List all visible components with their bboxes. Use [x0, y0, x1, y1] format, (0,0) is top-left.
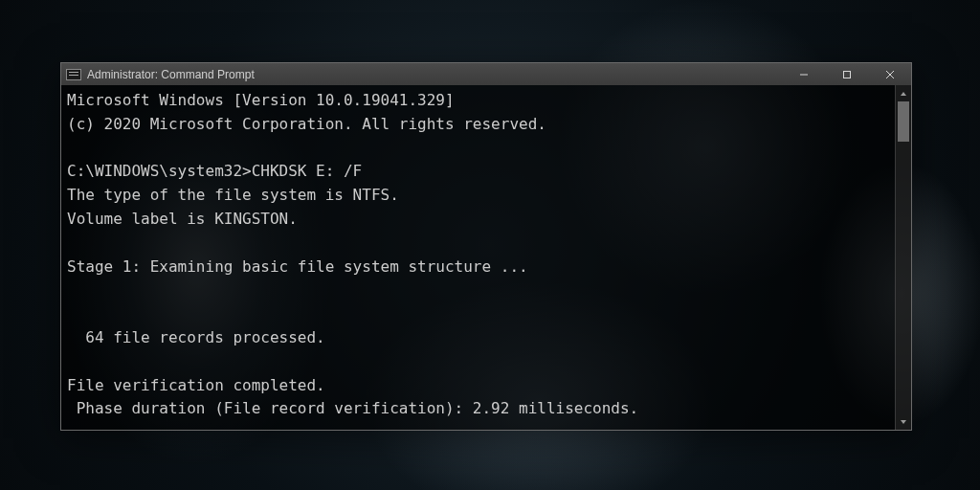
scroll-up-button[interactable] [896, 85, 911, 101]
maximize-button[interactable] [825, 63, 868, 85]
cmd-system-icon[interactable] [66, 69, 81, 80]
close-button[interactable] [868, 63, 911, 85]
titlebar[interactable]: Administrator: Command Prompt [61, 63, 911, 85]
scroll-thumb[interactable] [898, 101, 909, 142]
window-title: Administrator: Command Prompt [87, 68, 782, 81]
chevron-up-icon [900, 91, 907, 97]
scroll-down-button[interactable] [896, 413, 911, 430]
close-icon [885, 70, 895, 79]
command-prompt-window: Administrator: Command Prompt Microsoft … [60, 62, 912, 431]
console-output[interactable]: Microsoft Windows [Version 10.0.19041.32… [61, 85, 895, 430]
window-controls [782, 63, 911, 85]
maximize-icon [842, 70, 852, 79]
minimize-button[interactable] [782, 63, 825, 85]
chevron-down-icon [900, 419, 907, 425]
svg-rect-1 [843, 71, 850, 78]
desktop-wallpaper: Administrator: Command Prompt Microsoft … [0, 0, 980, 490]
client-area: Microsoft Windows [Version 10.0.19041.32… [61, 85, 911, 430]
minimize-icon [799, 70, 809, 79]
scroll-track[interactable] [896, 101, 911, 413]
vertical-scrollbar[interactable] [895, 85, 911, 430]
